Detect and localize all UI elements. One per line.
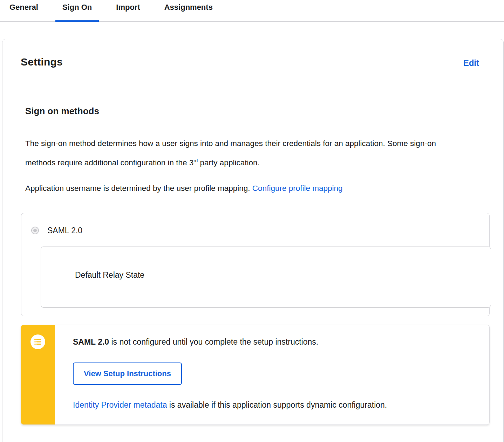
default-relay-state-label: Default Relay State <box>75 270 144 280</box>
metadata-line: Identity Provider metadata is available … <box>73 400 475 410</box>
saml-radio-label: SAML 2.0 <box>47 226 82 235</box>
saml-setup-callout: SAML 2.0 is not configured until you com… <box>21 325 490 425</box>
tab-import[interactable]: Import <box>109 0 147 21</box>
list-icon <box>30 334 45 349</box>
metadata-line-rest: is available if this application support… <box>167 400 387 409</box>
edit-link[interactable]: Edit <box>463 58 479 68</box>
callout-caution-stripe <box>21 325 55 424</box>
saml-method-box: SAML 2.0 Default Relay State <box>21 213 490 316</box>
tab-general[interactable]: General <box>2 0 45 21</box>
configure-profile-mapping-link[interactable]: Configure profile mapping <box>252 184 343 193</box>
ordinal-superscript: rd <box>193 158 198 163</box>
tab-assignments[interactable]: Assignments <box>157 0 220 21</box>
identity-provider-metadata-link[interactable]: Identity Provider metadata <box>73 400 167 409</box>
settings-card-header: Settings Edit <box>21 56 479 68</box>
username-mapping-text: Application username is determined by th… <box>25 184 252 193</box>
app-tab-bar: General Sign On Import Assignments <box>0 0 504 22</box>
saml-radio-row: SAML 2.0 <box>31 226 489 235</box>
callout-message-bold: SAML 2.0 <box>73 337 109 346</box>
page-title: Settings <box>21 56 63 68</box>
default-relay-state-field: Default Relay State <box>41 247 491 308</box>
tab-sign-on[interactable]: Sign On <box>55 0 99 21</box>
saml-radio-button[interactable] <box>31 227 39 234</box>
view-setup-instructions-button[interactable]: View Setup Instructions <box>73 362 182 385</box>
callout-message-rest: is not configured until you complete the… <box>109 337 318 346</box>
username-mapping-line: Application username is determined by th… <box>25 180 460 197</box>
settings-card: Settings Edit Sign on methods The sign-o… <box>2 39 504 442</box>
callout-body: SAML 2.0 is not configured until you com… <box>55 325 489 424</box>
sign-on-description-tail: party application. <box>198 158 259 167</box>
sign-on-methods-heading: Sign on methods <box>25 106 503 117</box>
sign-on-description: The sign-on method determines how a user… <box>25 135 460 171</box>
callout-message: SAML 2.0 is not configured until you com… <box>73 337 475 347</box>
